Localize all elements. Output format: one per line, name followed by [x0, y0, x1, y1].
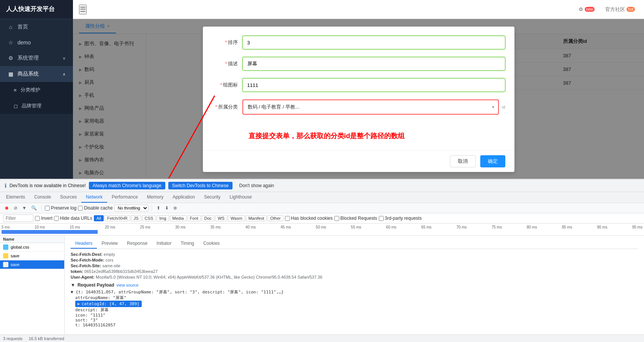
- form-row-icon: 组图标: [212, 78, 505, 92]
- network-list-header: Name: [0, 236, 64, 243]
- sidebar-item-system[interactable]: ⚙ 系统管理 ∨: [0, 50, 73, 66]
- dt-tab-application[interactable]: Application: [168, 192, 199, 203]
- dt-tab-lighthouse[interactable]: Lighthouse: [225, 192, 256, 203]
- form-row-desc: 描述: [212, 57, 505, 71]
- id-label: id: [502, 105, 505, 109]
- dt-tab-memory[interactable]: Memory: [142, 192, 168, 203]
- dt-tab-network[interactable]: Network: [81, 192, 107, 203]
- devtools: ℹ DevTools is now available in Chinese! …: [0, 179, 644, 342]
- sidebar-item-commerce[interactable]: ▦ 商品系统 ∧: [0, 66, 73, 82]
- filter-tag-all[interactable]: All: [94, 215, 104, 221]
- devtools-timeline: 5 ms10 ms15 ms20 ms25 ms30 ms35 ms40 ms4…: [0, 224, 644, 236]
- home-icon: ⌂: [8, 24, 14, 30]
- throttling-select[interactable]: No throttling: [114, 205, 149, 211]
- filter-tag-css[interactable]: CSS: [142, 215, 156, 221]
- payload-tree: ▼ {t: 1640351…057, attrGroupName: "屏幕", …: [71, 289, 638, 328]
- devtools-toolbar: ⏺ ⊘ ▼ 🔍 Preserve log Disable cache No th…: [0, 203, 644, 213]
- preserve-log-checkbox[interactable]: Preserve log: [45, 205, 76, 211]
- hide-data-urls-checkbox[interactable]: Hide data URLs: [54, 216, 92, 221]
- filter-tag-other[interactable]: Other: [267, 215, 283, 221]
- info-icon: ℹ: [5, 183, 6, 189]
- detail-tab-preview[interactable]: Preview: [97, 239, 122, 249]
- catelog-id-highlight[interactable]: ▶ catelogId: [4, 47, 389]: [75, 301, 142, 307]
- sort-input[interactable]: [242, 36, 505, 49]
- sort-label: 排序: [212, 39, 242, 46]
- dont-show-btn[interactable]: Don't show again: [236, 182, 278, 189]
- chevron-down-icon: ▾: [492, 104, 494, 110]
- expand-arrow: ▶: [78, 301, 80, 306]
- category-select[interactable]: 数码 / 电子教育 / 早教... ▾: [243, 100, 498, 114]
- switch-devtools-btn[interactable]: Switch DevTools to Chinese: [168, 182, 233, 189]
- always-match-btn[interactable]: Always match Chrome's language: [89, 182, 165, 189]
- category-select-wrapper[interactable]: 数码 / 电子教育 / 早教... ▾: [242, 99, 499, 115]
- filter-tag-doc[interactable]: Doc: [202, 215, 215, 221]
- filter-tag-media[interactable]: Media: [170, 215, 187, 221]
- form-row-sort: 排序: [212, 36, 505, 49]
- filter-tags: All Fetch/XHR JS CSS Img Media Font Doc …: [94, 215, 283, 221]
- sidebar-item-demo[interactable]: ☆ demo: [0, 35, 73, 50]
- desc-input[interactable]: [242, 57, 505, 71]
- dt-tab-console[interactable]: Console: [30, 192, 55, 203]
- icon-input[interactable]: [242, 78, 505, 92]
- clear-button[interactable]: ⊘: [12, 205, 19, 211]
- network-item-global-css[interactable]: global.css: [0, 243, 64, 252]
- import-btn[interactable]: ⬆: [155, 205, 162, 211]
- dt-tab-security[interactable]: Security: [199, 192, 225, 203]
- category-label: 所属分类: [212, 104, 242, 110]
- cancel-button[interactable]: 取消: [450, 155, 476, 167]
- filter-tag-manifest[interactable]: Manifest: [246, 215, 267, 221]
- sidebar-item-category[interactable]: ≡ 分类维护: [0, 82, 73, 98]
- export-btn[interactable]: ⬇: [163, 205, 170, 211]
- header-sec-fetch-site: Sec-Fetch-Site: same-site: [71, 263, 638, 268]
- detail-tab-response[interactable]: Response: [122, 239, 152, 249]
- detail-tab-timing[interactable]: Timing: [176, 239, 199, 249]
- sidebar-item-brand[interactable]: ◻ 品牌管理: [0, 98, 73, 114]
- filter-tag-fetch[interactable]: Fetch/XHR: [104, 215, 130, 221]
- blocked-requests-checkbox[interactable]: Blocked Requests: [334, 216, 377, 221]
- network-item-save-2[interactable]: save: [0, 260, 64, 269]
- disable-cache-checkbox[interactable]: Disable cache: [78, 205, 112, 211]
- blocked-cookies-checkbox[interactable]: Has blocked cookies: [285, 216, 333, 221]
- payload-section: ▼ Request Payload view source ▼ {t: 1640…: [71, 282, 638, 328]
- header-user-agent: User-Agent: Mozilla/5.0 (Windows NT 10.0…: [71, 275, 638, 279]
- detail-tab-cookies[interactable]: Cookies: [199, 239, 224, 249]
- confirm-button[interactable]: 确定: [480, 155, 505, 167]
- payload-title: ▼ Request Payload view source: [71, 282, 638, 288]
- detail-tab-initiator[interactable]: Initiator: [152, 239, 176, 249]
- devtools-status: 3 requests 16.5 kB transferred: [0, 334, 644, 342]
- payload-attr-group: attrGroupName: "屏幕": [71, 295, 638, 301]
- filter-input[interactable]: [3, 214, 33, 222]
- dt-tab-sources[interactable]: Sources: [55, 192, 81, 203]
- icon-label: 组图标: [212, 82, 242, 88]
- filter-tag-js[interactable]: JS: [131, 215, 141, 221]
- gear-icon: ⚙: [8, 55, 14, 61]
- search-icon[interactable]: 🔍: [30, 205, 38, 211]
- filter-tag-ws[interactable]: WS: [215, 215, 227, 221]
- hamburger-button[interactable]: ☰: [79, 5, 87, 14]
- view-source-link[interactable]: view source: [117, 283, 139, 287]
- hot-badge: hot: [627, 7, 635, 12]
- dt-tab-performance[interactable]: Performance: [107, 192, 142, 203]
- network-item-save-1[interactable]: save: [0, 252, 64, 260]
- shop-icon: ▦: [8, 71, 14, 77]
- devtools-filter: Invert Hide data URLs All Fetch/XHR JS C…: [0, 213, 644, 224]
- record-button[interactable]: ⏺: [3, 205, 11, 211]
- dt-tab-elements[interactable]: Elements: [2, 192, 30, 203]
- payload-descript: descript: 屏幕: [71, 307, 638, 313]
- gear-settings-button[interactable]: ⚙ new: [576, 5, 598, 14]
- filter-toggle[interactable]: ▼: [21, 205, 28, 211]
- filter-tag-font[interactable]: Font: [187, 215, 201, 221]
- third-party-checkbox[interactable]: 3rd-party requests: [379, 216, 422, 221]
- detail-tab-headers[interactable]: Headers: [71, 239, 97, 249]
- header-sec-fetch-mode: Sec-Fetch-Mode: cors: [71, 258, 638, 262]
- filter-tag-wasm[interactable]: Wasm: [228, 215, 245, 221]
- sidebar-item-home[interactable]: ⌂ 首页: [0, 19, 73, 35]
- request-detail: Headers Preview Response Initiator Timin…: [65, 236, 644, 342]
- clear-all-btn[interactable]: ⊗: [172, 205, 179, 211]
- list-icon: ≡: [14, 87, 17, 93]
- filter-tag-img[interactable]: Img: [157, 215, 169, 221]
- invert-checkbox[interactable]: Invert: [35, 216, 52, 221]
- community-button[interactable]: 官方社区 hot: [602, 5, 638, 14]
- modal: 排序 描述 组图标 所属分类: [203, 27, 514, 172]
- timeline-bar: [2, 230, 642, 234]
